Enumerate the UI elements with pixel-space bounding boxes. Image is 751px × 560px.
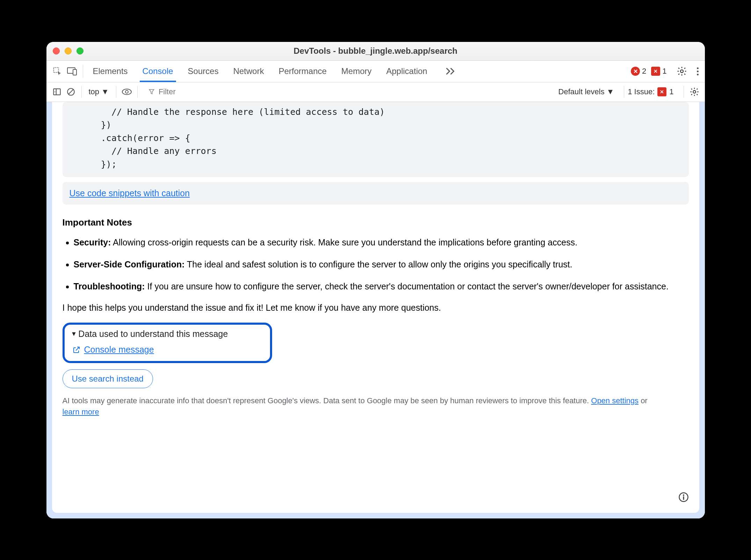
list-item: Server-Side Configuration: The ideal and… [74,258,689,271]
filter-icon [148,88,155,95]
data-used-label: Data used to understand this message [78,329,228,339]
context-label: top [89,87,100,96]
ai-insight-panel: // Handle the response here (limited acc… [52,102,699,513]
filter-field[interactable] [145,86,555,98]
disclosure-triangle-icon: ▼ [71,330,77,338]
svg-line-7 [68,90,73,94]
list-item: Troubleshooting: If you are unsure how t… [74,280,689,293]
console-settings-icon[interactable] [687,85,701,99]
console-toolbar: top ▼ Default levels ▼ 1 Issue: ✕ 1 [46,82,705,102]
ai-disclaimer: AI tools may generate inaccurate info th… [63,395,689,418]
console-message-link-row: Console message [72,345,263,355]
more-tabs-icon[interactable] [443,64,458,79]
code-snippet: // Handle the response here (limited acc… [63,102,689,177]
data-used-summary[interactable]: ▼ Data used to understand this message [71,329,263,339]
more-options-icon[interactable] [694,65,701,78]
list-item: Security: Allowing cross-origin requests… [74,236,689,249]
tab-application[interactable]: Application [386,61,428,81]
closing-text: I hope this helps you understand the iss… [63,303,689,313]
issues-label: 1 Issue: [628,87,655,96]
tab-sources[interactable]: Sources [187,61,219,81]
tab-memory[interactable]: Memory [341,61,372,81]
settings-icon[interactable] [675,64,689,79]
tab-elements[interactable]: Elements [92,61,129,81]
live-expression-icon[interactable] [120,85,134,99]
tab-performance[interactable]: Performance [278,61,327,81]
console-content: // Handle the response here (limited acc… [46,102,705,518]
levels-label: Default levels [558,87,604,96]
inspect-element-icon[interactable] [50,64,65,79]
issue-icon: ✕ [657,87,666,96]
console-message-link[interactable]: Console message [84,345,154,355]
notes-list: Security: Allowing cross-origin requests… [63,236,689,301]
info-icon[interactable] [678,492,689,502]
context-selector[interactable]: top ▼ [85,86,112,98]
notes-heading: Important Notes [63,217,689,228]
svg-rect-4 [53,89,60,95]
toggle-sidebar-icon[interactable] [50,85,64,99]
svg-point-10 [693,90,695,93]
error-count: 2 [642,67,646,76]
log-levels-selector[interactable]: Default levels ▼ [558,87,614,96]
error-icon: ✕ [631,67,640,76]
titlebar: DevTools - bubble_jingle.web.app/search [46,42,705,61]
window-title: DevTools - bubble_jingle.web.app/search [46,46,705,56]
panel-tabs: Elements Console Sources Network Perform… [92,61,458,81]
issues-count: 1 [669,87,673,96]
svg-rect-2 [73,69,76,75]
chevron-down-icon: ▼ [101,87,109,96]
clear-console-icon[interactable] [64,85,78,99]
tab-console[interactable]: Console [142,61,174,81]
chevron-down-icon: ▼ [606,87,614,96]
svg-point-8 [122,89,131,95]
error-indicator[interactable]: ✕ 2 ✕ 1 [631,67,670,76]
data-used-box: ▼ Data used to understand this message C… [63,323,272,363]
issue-count: 1 [662,67,666,76]
use-search-button[interactable]: Use search instead [63,369,153,388]
caution-box: Use code snippets with caution [63,182,689,205]
learn-more-link[interactable]: learn more [63,407,99,416]
svg-point-3 [680,70,683,73]
issue-icon: ✕ [651,67,660,76]
issues-indicator[interactable]: 1 Issue: ✕ 1 [628,87,673,96]
main-toolbar: Elements Console Sources Network Perform… [46,61,705,82]
open-external-icon [72,346,81,354]
device-toolbar-icon[interactable] [65,64,79,79]
open-settings-link[interactable]: Open settings [591,396,639,405]
filter-input[interactable] [159,87,551,96]
caution-link[interactable]: Use code snippets with caution [70,188,190,198]
tab-network[interactable]: Network [233,61,265,81]
svg-point-9 [125,90,128,93]
devtools-window: DevTools - bubble_jingle.web.app/search … [46,42,705,518]
